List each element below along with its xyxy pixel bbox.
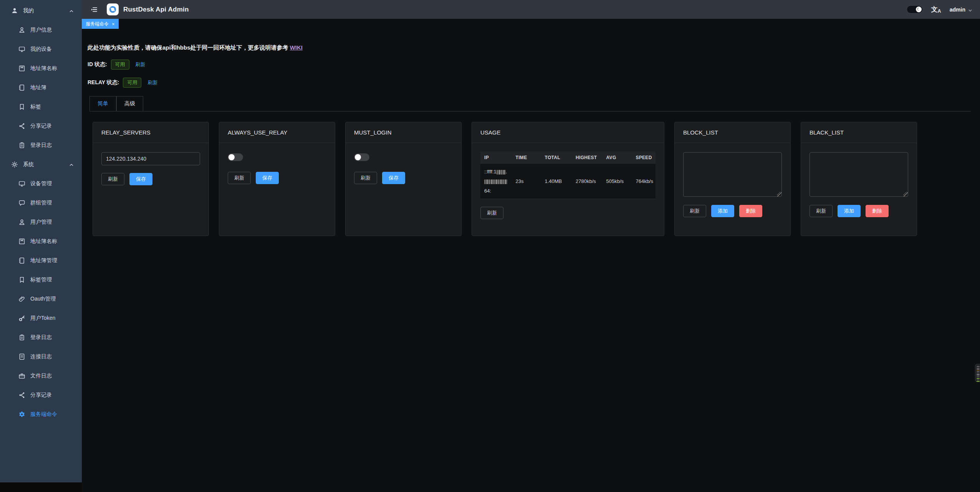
sidebar-menu: 我的用户信息我的设备地址簿名称地址簿标签分享记录登录日志系统设备管理群组管理用户… — [0, 1, 82, 424]
usage-col-speed: SPEED — [632, 151, 656, 164]
sidebar-item-user-token[interactable]: 用户Token — [0, 309, 82, 328]
book-icon — [18, 65, 25, 72]
relay-refresh-link[interactable]: 刷新 — [147, 79, 157, 86]
sidebar-entry-label: 分享记录 — [30, 392, 52, 399]
sidebar-item-tag-mgmt[interactable]: 标签管理 — [0, 270, 82, 289]
black-list-add-button[interactable]: 添加 — [838, 205, 861, 217]
sidebar-item-share-records[interactable]: 分享记录 — [0, 116, 82, 136]
user-menu[interactable]: admin — [950, 7, 972, 13]
key-icon — [18, 315, 25, 322]
relay-servers-input[interactable] — [101, 152, 200, 165]
sidebar-item-addressbook[interactable]: 地址簿 — [0, 78, 82, 97]
sidebar-section-system[interactable]: 系统 — [0, 155, 82, 174]
experimental-notice: 此处功能为实验性质，请确保api和hbbs处于同一回环地址下，更多说明请参考 W… — [88, 44, 971, 52]
sidebar-item-user-info[interactable]: 用户信息 — [0, 20, 82, 40]
sidebar-bottom-gap — [0, 482, 82, 492]
relay-servers-refresh-button[interactable]: 刷新 — [101, 173, 124, 185]
sidebar-item-login-logs[interactable]: 登录日志 — [0, 136, 82, 155]
edge-widget-bar — [977, 380, 980, 381]
settings-view-tabs: 简单 高级 — [89, 96, 971, 111]
usage-col-total: TOTAL — [541, 151, 572, 164]
sidebar-entry-label: Oauth管理 — [30, 296, 56, 303]
top-bar-controls: ☾ 文A admin — [907, 5, 972, 14]
paperclip-icon — [18, 296, 25, 303]
usage-table-row: ::ffff:1. 64: 23s 1.40MB 2780kb/s 505kb/… — [480, 164, 656, 199]
monitor-icon — [18, 180, 25, 187]
block-list-delete-button[interactable]: 删除 — [739, 205, 762, 217]
user-icon — [18, 219, 25, 226]
chevron-up-icon — [69, 8, 74, 13]
app-title: RustDesk Api Admin — [123, 6, 189, 13]
edge-widget-bar — [977, 366, 980, 367]
block-list-textarea[interactable] — [683, 152, 782, 197]
sidebar-item-my-devices[interactable]: 我的设备 — [0, 40, 82, 59]
sidebar-fold-icon[interactable] — [90, 6, 98, 13]
edge-widget-bar — [977, 367, 980, 368]
sidebar-entry-label: 登录日志 — [30, 334, 52, 341]
user-filled-icon — [11, 7, 18, 14]
sidebar-item-server-commands[interactable]: 服务端命令 — [0, 405, 82, 424]
block-list-add-button[interactable]: 添加 — [711, 205, 734, 217]
sidebar-item-addressbook-name-mgmt[interactable]: 地址簿名称 — [0, 232, 82, 251]
always-use-relay-toggle[interactable] — [228, 153, 243, 161]
must-login-refresh-button[interactable]: 刷新 — [354, 172, 377, 184]
sidebar-section-mine[interactable]: 我的 — [0, 1, 82, 20]
card-block-list: BLOCK_LIST 刷新 添加 删除 — [674, 122, 791, 236]
usage-refresh-button[interactable]: 刷新 — [480, 207, 503, 219]
dark-mode-toggle[interactable]: ☾ — [907, 5, 923, 13]
sidebar-item-tags[interactable]: 标签 — [0, 97, 82, 116]
sidebar-item-oauth-mgmt[interactable]: Oauth管理 — [0, 289, 82, 309]
sidebar-item-share-records-admin[interactable]: 分享记录 — [0, 386, 82, 405]
black-list-refresh-button[interactable]: 刷新 — [809, 205, 833, 217]
sidebar-entry-label: 设备管理 — [30, 180, 52, 187]
sidebar-entry-label: 登录日志 — [30, 142, 52, 149]
document-icon — [18, 353, 25, 360]
sidebar-item-addressbook-mgmt[interactable]: 地址簿管理 — [0, 251, 82, 270]
sidebar-item-user-mgmt[interactable]: 用户管理 — [0, 213, 82, 232]
edge-widget-bar — [977, 369, 980, 369]
tab-close-icon[interactable]: × — [112, 22, 115, 27]
sidebar-entry-label: 分享记录 — [30, 123, 52, 130]
relay-status-row: RELAY 状态: 可用 刷新 — [88, 78, 971, 88]
open-tabs-bar: 服务端命令 × — [82, 19, 980, 29]
relay-status-label: RELAY 状态: — [88, 79, 119, 86]
usage-col-time: TIME — [512, 151, 541, 164]
relay-servers-save-button[interactable]: 保存 — [129, 173, 152, 185]
tab-server-commands[interactable]: 服务端命令 × — [82, 19, 119, 29]
sidebar-item-file-logs[interactable]: 文件日志 — [0, 366, 82, 386]
id-refresh-link[interactable]: 刷新 — [136, 61, 146, 68]
tab-advanced[interactable]: 高级 — [116, 96, 143, 111]
usage-highest-cell: 2780kb/s — [572, 164, 602, 199]
edge-widget-bar — [977, 376, 980, 376]
tab-simple[interactable]: 简单 — [89, 96, 116, 111]
sidebar-item-group-mgmt[interactable]: 群组管理 — [0, 193, 82, 213]
gear-icon — [11, 161, 18, 168]
redacted-ip-segment — [484, 180, 507, 184]
sidebar-item-login-logs-admin[interactable]: 登录日志 — [0, 328, 82, 347]
sidebar-item-device-mgmt[interactable]: 设备管理 — [0, 174, 82, 193]
edge-widget-bar — [977, 373, 980, 374]
must-login-toggle[interactable] — [354, 153, 369, 161]
sidebar-entry-label: 地址簿名称 — [30, 238, 57, 245]
sidebar-item-connection-logs[interactable]: 连接日志 — [0, 347, 82, 366]
always-use-relay-refresh-button[interactable]: 刷新 — [228, 172, 251, 184]
sidebar-entry-label: 文件日志 — [30, 372, 52, 379]
edge-overlay-widget[interactable] — [975, 364, 980, 382]
edge-widget-bar — [977, 370, 980, 371]
usage-avg-cell: 505kb/s — [603, 164, 632, 199]
card-title: BLACK_LIST — [801, 122, 917, 143]
wiki-link[interactable]: WIKI — [290, 44, 303, 51]
id-status-row: ID 状态: 可用 刷新 — [88, 60, 971, 70]
sidebar-item-addressbook-name[interactable]: 地址簿名称 — [0, 59, 82, 78]
book-icon — [18, 238, 25, 245]
usage-speed-cell: 764kb/s — [632, 164, 656, 199]
black-list-delete-button[interactable]: 删除 — [866, 205, 889, 217]
must-login-save-button[interactable]: 保存 — [382, 172, 405, 184]
block-list-refresh-button[interactable]: 刷新 — [683, 205, 706, 217]
notice-text: 此处功能为实验性质，请确保api和hbbs处于同一回环地址下，更多说明请参考 — [88, 44, 290, 51]
language-translate-icon[interactable]: 文A — [931, 5, 941, 14]
sidebar-entry-label: 地址簿管理 — [30, 257, 57, 264]
bookmark-icon — [18, 103, 25, 110]
black-list-textarea[interactable] — [809, 152, 908, 197]
always-use-relay-save-button[interactable]: 保存 — [256, 172, 279, 184]
